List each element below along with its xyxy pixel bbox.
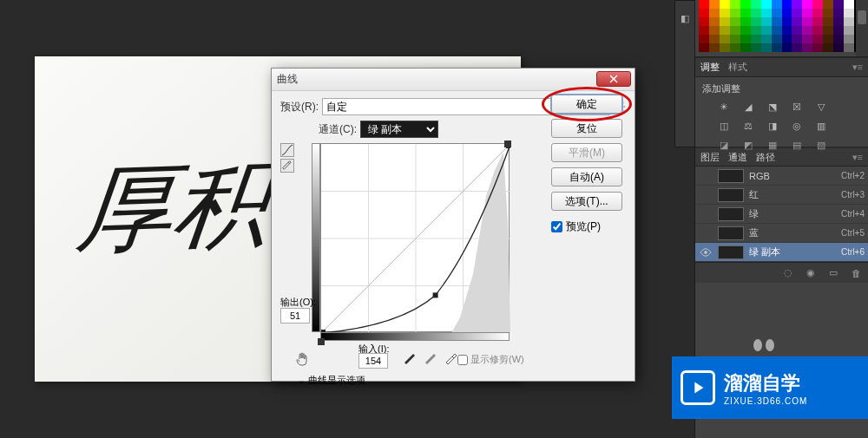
channel-panel-menu-icon[interactable]: ▾≡: [852, 152, 863, 163]
exposure-icon[interactable]: ☒: [789, 101, 805, 113]
channel-select[interactable]: 绿 副本: [360, 121, 438, 138]
swatch[interactable]: [812, 35, 823, 43]
swatch[interactable]: [823, 9, 833, 17]
swatch[interactable]: [812, 43, 823, 52]
swatch[interactable]: [751, 17, 761, 26]
swatch[interactable]: [833, 43, 844, 52]
black-point-handle[interactable]: [318, 338, 325, 345]
swatch[interactable]: [709, 0, 720, 9]
reset-button[interactable]: 复位: [551, 119, 622, 138]
swatch[interactable]: [709, 26, 720, 35]
brightness-icon[interactable]: ☀: [716, 101, 732, 113]
bw-icon[interactable]: ◨: [765, 120, 780, 132]
curve-display-options[interactable]: ⌄ 曲线显示选项: [298, 374, 365, 387]
curve-point-tool[interactable]: [280, 143, 294, 157]
swatch[interactable]: [823, 26, 833, 35]
swatch[interactable]: [782, 43, 792, 52]
swatch[interactable]: [833, 35, 844, 43]
tab-adjustments[interactable]: 调整: [700, 61, 720, 74]
swatch[interactable]: [730, 35, 740, 43]
swatch[interactable]: [720, 17, 730, 26]
swatch[interactable]: [844, 35, 854, 43]
swatch[interactable]: [699, 0, 709, 9]
swatch[interactable]: [812, 9, 823, 17]
vibrance-icon[interactable]: ▽: [813, 101, 829, 113]
swatch[interactable]: [782, 0, 792, 9]
swatch[interactable]: [699, 35, 709, 43]
swatch[interactable]: [709, 43, 720, 52]
invert-icon[interactable]: ◪: [716, 139, 732, 151]
channel-row[interactable]: 红 Ctrl+3: [695, 186, 868, 205]
tab-paths[interactable]: 路径: [756, 151, 775, 164]
swatch[interactable]: [844, 26, 854, 35]
swatch[interactable]: [699, 26, 709, 35]
swatch[interactable]: [823, 35, 833, 43]
swatch[interactable]: [740, 9, 751, 17]
channel-row[interactable]: RGB Ctrl+2: [695, 167, 868, 186]
swatch[interactable]: [720, 35, 730, 43]
input-value[interactable]: [358, 353, 388, 369]
swatch[interactable]: [812, 17, 823, 26]
ok-button[interactable]: 确定: [551, 95, 622, 114]
panel-shortcut-icon[interactable]: ◧: [675, 1, 694, 36]
curve-point[interactable]: [433, 292, 438, 297]
tab-styles[interactable]: 样式: [728, 61, 747, 74]
swatch[interactable]: [699, 17, 709, 26]
auto-button[interactable]: 自动(A): [551, 167, 622, 186]
swatch[interactable]: [772, 0, 782, 9]
swatch[interactable]: [844, 0, 854, 9]
swatch[interactable]: [802, 43, 812, 52]
swatch[interactable]: [802, 17, 812, 26]
swatch[interactable]: [740, 35, 751, 43]
swatch[interactable]: [792, 0, 802, 9]
channel-mixer-icon[interactable]: ▥: [813, 120, 829, 132]
close-button[interactable]: [596, 71, 631, 87]
black-eyedropper-icon[interactable]: [402, 351, 416, 365]
swatch[interactable]: [792, 17, 802, 26]
swatch[interactable]: [823, 17, 833, 26]
swatch[interactable]: [792, 9, 802, 17]
swatch[interactable]: [833, 0, 844, 9]
swatch[interactable]: [792, 35, 802, 43]
swatch[interactable]: [751, 26, 761, 35]
swatch[interactable]: [709, 9, 720, 17]
curve-pencil-tool[interactable]: [280, 159, 294, 173]
swatch[interactable]: [812, 0, 823, 9]
tab-layers[interactable]: 图层: [700, 151, 720, 164]
options-button[interactable]: 选项(T)...: [551, 192, 622, 211]
curves-icon[interactable]: ⬔: [765, 101, 780, 113]
swatch[interactable]: [772, 17, 782, 26]
swatch[interactable]: [730, 9, 740, 17]
preview-checkbox[interactable]: 预览(P): [551, 219, 622, 234]
swatch[interactable]: [844, 43, 854, 52]
dialog-titlebar[interactable]: 曲线: [272, 69, 635, 91]
swatch[interactable]: [792, 43, 802, 52]
swatch[interactable]: [751, 43, 761, 52]
swatch[interactable]: [720, 26, 730, 35]
levels-icon[interactable]: ◢: [740, 101, 756, 113]
swatch[interactable]: [823, 0, 833, 9]
on-image-adjust-icon[interactable]: [294, 351, 310, 367]
swatch[interactable]: [772, 43, 782, 52]
panel-menu-icon[interactable]: ▾≡: [852, 62, 863, 73]
swatch[interactable]: [772, 26, 782, 35]
swatch[interactable]: [740, 0, 751, 9]
visibility-eye-icon[interactable]: [699, 245, 713, 259]
channel-row[interactable]: 绿 副本 Ctrl+6: [695, 243, 868, 262]
swatch[interactable]: [802, 26, 812, 35]
gray-eyedropper-icon[interactable]: [423, 351, 437, 365]
preview-input[interactable]: [551, 221, 562, 232]
output-value[interactable]: [280, 308, 310, 324]
swatch[interactable]: [730, 43, 740, 52]
swatch[interactable]: [792, 26, 802, 35]
swatch[interactable]: [709, 17, 720, 26]
swatch[interactable]: [751, 9, 761, 17]
swatch[interactable]: [720, 9, 730, 17]
swatch[interactable]: [782, 35, 792, 43]
swatch[interactable]: [730, 26, 740, 35]
swatch[interactable]: [761, 43, 772, 52]
show-clipping-input[interactable]: [457, 355, 468, 365]
swatch[interactable]: [782, 9, 792, 17]
swatch[interactable]: [751, 0, 761, 9]
swatch[interactable]: [802, 9, 812, 17]
